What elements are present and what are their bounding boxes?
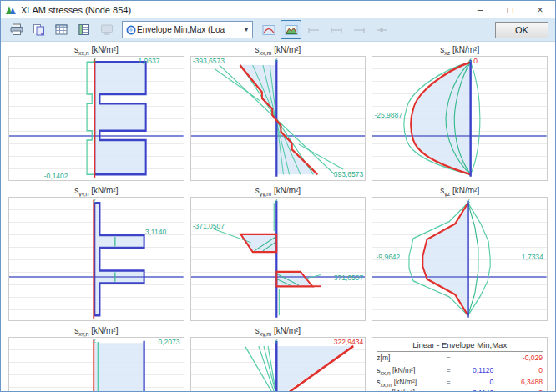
minimize-button[interactable]: – xyxy=(465,1,495,18)
chart-title: syz [kN/m²] xyxy=(372,185,548,197)
report-button[interactable] xyxy=(73,20,94,39)
table-row: syy,n [kN/m²]=3,11400 xyxy=(377,389,543,392)
diagram-filled-icon xyxy=(285,24,298,36)
table-title: Linear - Envelope Min,Max xyxy=(377,338,543,352)
envelope-icon xyxy=(125,24,137,36)
chart-area: z -9,9642 1,7334 xyxy=(372,197,548,322)
chevron-down-icon: ▼ xyxy=(240,27,252,33)
table-row: sxx,n [kN/m²]=0,11200 xyxy=(377,366,543,378)
z-axis-label: z xyxy=(467,196,470,204)
max-value-label: 1,0637 xyxy=(138,57,159,65)
result-case-dropdown[interactable]: Envelope Min,Max (Loa ▼ xyxy=(122,21,253,38)
dropdown-value: Envelope Min,Max (Loa xyxy=(137,25,240,34)
chart-area: z 1,0637 -0,1402 xyxy=(8,56,184,181)
report-icon xyxy=(78,23,91,36)
min-value-label: -0,1402 xyxy=(44,172,68,180)
toolbar: Envelope Min,Max (Loa ▼ OK xyxy=(1,18,555,42)
z-axis-label: z xyxy=(468,55,472,63)
z-axis-label: z xyxy=(93,336,96,344)
xlam-stresses-window: XLAM stresses (Node 854) – □ × Envelope … xyxy=(0,0,556,392)
chart-area: z -393,6573 393,6573 xyxy=(190,56,366,181)
close-button[interactable]: × xyxy=(525,1,555,18)
chart-panel-sxx-n: sxx,n [kN/m²] z 1,0637 -0,1402 xyxy=(8,44,184,181)
diagram-line-toggle[interactable] xyxy=(258,20,279,39)
chart-panel-syy-n: syy,n [kN/m²] z 3,1140 xyxy=(8,185,184,322)
chart-area: z -371,05 xyxy=(190,197,366,322)
result-table-panel: Linear - Envelope Min,Max z[m] = -0,029 … xyxy=(372,325,548,392)
chart-grid: sxx,n [kN/m²] z 1,0637 -0,1402 sxx,m [kN… xyxy=(1,42,555,392)
window-title: XLAM stresses (Node 854) xyxy=(21,5,465,15)
titlebar: XLAM stresses (Node 854) – □ × xyxy=(1,1,555,18)
display-icon xyxy=(100,23,114,36)
chart-title: sxx,n [kN/m²] xyxy=(8,44,184,56)
z-axis-label: z xyxy=(275,336,278,344)
print-button[interactable] xyxy=(6,20,27,39)
min-value-label: -371,0507 xyxy=(193,222,225,230)
chart-area: z 0,2073 xyxy=(8,337,184,392)
chart-area: z 3,1140 xyxy=(8,197,184,322)
copy-icon xyxy=(33,23,45,36)
chart-panel-sxy-m: sxy,m [kN/m²] z 322,9434 -322,9434 xyxy=(190,325,366,392)
segment-icon xyxy=(375,24,388,36)
max-value-label: 3,1140 xyxy=(145,228,166,236)
segment-button-1 xyxy=(303,20,324,39)
z-axis-label: z xyxy=(275,55,278,63)
chart-title: syy,n [kN/m²] xyxy=(8,185,184,197)
segment-button-2 xyxy=(326,20,346,39)
chart-title: syy,m [kN/m²] xyxy=(190,185,366,197)
zero-value-label: 0 xyxy=(473,57,478,65)
max-value-label: 1,7334 xyxy=(522,253,543,261)
z-axis-label: z xyxy=(93,196,96,204)
diagram-filled-toggle[interactable] xyxy=(281,20,301,39)
min-value-label: -25,9887 xyxy=(374,111,402,119)
table-button[interactable] xyxy=(51,20,72,39)
chart-panel-sxx-m: sxx,m [kN/m²] z -393,6573 xyxy=(190,44,366,181)
segment-button-4 xyxy=(371,20,392,39)
z-axis-label: z xyxy=(93,55,96,63)
table-panel-spacer xyxy=(372,325,548,337)
min-value-label: -393,6573 xyxy=(193,57,225,65)
segment-icon xyxy=(352,24,366,36)
chart-title: sxy,n [kN/m²] xyxy=(8,325,184,337)
max-value-label: 0,2073 xyxy=(158,338,179,346)
copy-button[interactable] xyxy=(28,20,49,39)
diagram-line-icon xyxy=(262,24,275,36)
segment-button-3 xyxy=(348,20,369,39)
display-button xyxy=(96,20,117,39)
chart-panel-syz: syz [kN/m²] z -9,9642 1,7334 xyxy=(372,185,548,322)
chart-title: sxx,m [kN/m²] xyxy=(190,44,366,56)
max-value-label: 322,9434 xyxy=(334,338,363,346)
ok-button[interactable]: OK xyxy=(495,22,548,38)
chart-panel-sxz: sxz [kN/m²] z -25,9887 0 xyxy=(372,44,548,181)
max-value-label: 371,0507 xyxy=(334,274,363,282)
chart-title: sxy,m [kN/m²] xyxy=(190,325,366,337)
table-row-z: z[m] = -0,029 xyxy=(377,352,543,364)
chart-panel-sxy-n: sxy,n [kN/m²] z 0,2073 xyxy=(8,325,184,392)
z-axis-label: z xyxy=(275,196,278,204)
result-table: Linear - Envelope Min,Max z[m] = -0,029 … xyxy=(372,337,548,392)
table-icon xyxy=(55,23,68,36)
chart-title: sxz [kN/m²] xyxy=(372,44,548,56)
table-row: sxx,m [kN/m²]=06,3488 xyxy=(377,378,543,389)
table-rows: sxx,n [kN/m²]=0,11200 sxx,m [kN/m²]=06,3… xyxy=(377,364,543,392)
app-icon xyxy=(5,4,17,16)
min-value-label: -9,9642 xyxy=(377,253,401,261)
print-icon xyxy=(10,23,23,36)
chart-area: z 322,9434 -322,9434 xyxy=(190,337,366,392)
max-value-label: 393,6573 xyxy=(334,170,363,178)
chart-area: z -25,9887 0 xyxy=(372,56,548,181)
segment-icon xyxy=(307,24,321,36)
chart-panel-syy-m: syy,m [kN/m²] z xyxy=(190,185,366,322)
maximize-button[interactable]: □ xyxy=(495,1,525,18)
segment-icon xyxy=(330,24,343,36)
